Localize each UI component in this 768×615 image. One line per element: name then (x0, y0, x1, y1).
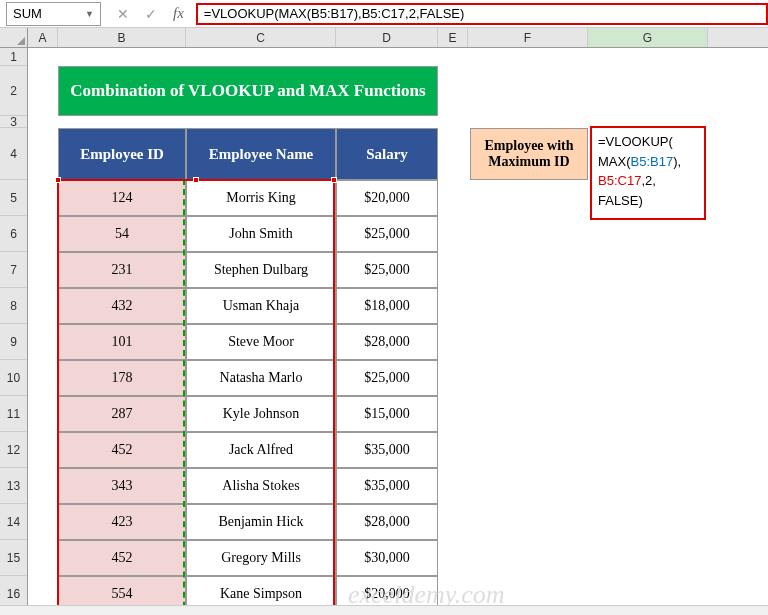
col-header-e[interactable]: E (438, 28, 468, 47)
cell-id[interactable]: 423 (58, 504, 186, 540)
cell-salary[interactable]: $30,000 (336, 540, 438, 576)
table-row: 423Benjamin Hick$28,000 (58, 504, 438, 540)
table-row: 124Morris King$20,000 (58, 180, 438, 216)
cell-salary[interactable]: $15,000 (336, 396, 438, 432)
cell-id[interactable]: 54 (58, 216, 186, 252)
cell-salary[interactable]: $28,000 (336, 504, 438, 540)
formula-cell-display[interactable]: =VLOOKUP( MAX(B5:B17), B5:C17,2, FALSE) (590, 126, 706, 220)
horizontal-scrollbar[interactable] (0, 605, 768, 615)
cell-id[interactable]: 452 (58, 432, 186, 468)
cell-name[interactable]: Jack Alfred (186, 432, 336, 468)
row-header[interactable]: 9 (0, 324, 27, 360)
cell-name[interactable]: Kyle Johnson (186, 396, 336, 432)
cell-name[interactable]: Usman Khaja (186, 288, 336, 324)
fx-icon[interactable]: fx (173, 5, 184, 22)
cell-salary[interactable]: $35,000 (336, 468, 438, 504)
row-header[interactable]: 12 (0, 432, 27, 468)
cell-id[interactable]: 124 (58, 180, 186, 216)
cancel-icon[interactable]: ✕ (117, 6, 129, 22)
grid-body: 1 2 3 4 5 6 7 8 9 10 11 12 13 14 15 16 1… (0, 48, 768, 615)
row-header[interactable]: 6 (0, 216, 27, 252)
cell-salary[interactable]: $25,000 (336, 360, 438, 396)
row-header[interactable]: 7 (0, 252, 27, 288)
name-box[interactable]: SUM ▼ (6, 2, 101, 26)
cell-name[interactable]: Stephen Dulbarg (186, 252, 336, 288)
row-header[interactable]: 5 (0, 180, 27, 216)
cell-id[interactable]: 432 (58, 288, 186, 324)
row-header[interactable]: 10 (0, 360, 27, 396)
table-row: 452Jack Alfred$35,000 (58, 432, 438, 468)
cell-name[interactable]: Steve Moor (186, 324, 336, 360)
cell-salary[interactable]: $28,000 (336, 324, 438, 360)
col-header-d[interactable]: D (336, 28, 438, 47)
table-row: 231Stephen Dulbarg$25,000 (58, 252, 438, 288)
cell-name[interactable]: John Smith (186, 216, 336, 252)
cell-salary[interactable]: $35,000 (336, 432, 438, 468)
select-all-corner[interactable] (0, 28, 28, 47)
formula-buttons: ✕ ✓ fx (105, 5, 196, 22)
cell-id[interactable]: 101 (58, 324, 186, 360)
cell-salary[interactable]: $25,000 (336, 216, 438, 252)
cell-id[interactable]: 452 (58, 540, 186, 576)
table-row: 432Usman Khaja$18,000 (58, 288, 438, 324)
cell-salary[interactable]: $18,000 (336, 288, 438, 324)
table-row: 178Natasha Marlo$25,000 (58, 360, 438, 396)
row-header[interactable]: 13 (0, 468, 27, 504)
column-headers: A B C D E F G (0, 28, 768, 48)
grid-content[interactable]: Combination of VLOOKUP and MAX Functions… (28, 48, 768, 615)
formula-bar-input[interactable]: =VLOOKUP(MAX(B5:B17),B5:C17,2,FALSE) (196, 3, 768, 25)
formula-bar-row: SUM ▼ ✕ ✓ fx =VLOOKUP(MAX(B5:B17),B5:C17… (0, 0, 768, 28)
row-header[interactable]: 8 (0, 288, 27, 324)
cell-id[interactable]: 178 (58, 360, 186, 396)
cell-salary[interactable]: $25,000 (336, 252, 438, 288)
header-employee-name: Employee Name (186, 128, 336, 180)
row-header[interactable]: 11 (0, 396, 27, 432)
cell-name[interactable]: Morris King (186, 180, 336, 216)
data-table: 124Morris King$20,00054John Smith$25,000… (58, 180, 438, 615)
col-header-c[interactable]: C (186, 28, 336, 47)
cell-name[interactable]: Benjamin Hick (186, 504, 336, 540)
side-label: Employee with Maximum ID (470, 128, 588, 180)
confirm-icon[interactable]: ✓ (145, 6, 157, 22)
row-header[interactable]: 3 (0, 116, 27, 128)
row-header[interactable]: 2 (0, 66, 27, 116)
row-header[interactable]: 15 (0, 540, 27, 576)
col-header-a[interactable]: A (28, 28, 58, 47)
header-employee-id: Employee ID (58, 128, 186, 180)
col-header-b[interactable]: B (58, 28, 186, 47)
col-header-g[interactable]: G (588, 28, 708, 47)
row-header[interactable]: 14 (0, 504, 27, 540)
row-header[interactable]: 1 (0, 48, 27, 66)
table-row: 452Gregory Mills$30,000 (58, 540, 438, 576)
cell-id[interactable]: 287 (58, 396, 186, 432)
chevron-down-icon[interactable]: ▼ (85, 9, 94, 19)
table-row: 287Kyle Johnson$15,000 (58, 396, 438, 432)
name-box-value: SUM (13, 6, 42, 21)
table-row: 54John Smith$25,000 (58, 216, 438, 252)
table-row: 343Alisha Stokes$35,000 (58, 468, 438, 504)
row-headers: 1 2 3 4 5 6 7 8 9 10 11 12 13 14 15 16 1… (0, 48, 28, 615)
row-header[interactable]: 4 (0, 128, 27, 180)
cell-id[interactable]: 231 (58, 252, 186, 288)
cell-name[interactable]: Natasha Marlo (186, 360, 336, 396)
cell-name[interactable]: Gregory Mills (186, 540, 336, 576)
header-salary: Salary (336, 128, 438, 180)
cell-salary[interactable]: $20,000 (336, 180, 438, 216)
sheet-title: Combination of VLOOKUP and MAX Functions (58, 66, 438, 116)
cell-id[interactable]: 343 (58, 468, 186, 504)
cell-name[interactable]: Alisha Stokes (186, 468, 336, 504)
col-header-f[interactable]: F (468, 28, 588, 47)
table-header: Employee ID Employee Name Salary (58, 128, 438, 180)
table-row: 101Steve Moor$28,000 (58, 324, 438, 360)
